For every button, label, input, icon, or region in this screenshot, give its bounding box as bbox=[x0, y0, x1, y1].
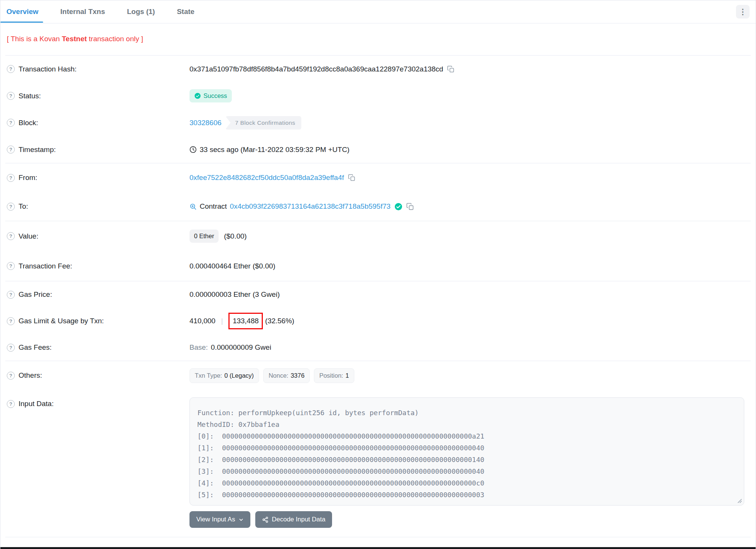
section-value: ? Value: 0 Ether ($0.00) ? Transaction F… bbox=[0, 221, 756, 281]
timestamp-label: Timestamp: bbox=[19, 146, 56, 154]
help-icon: ? bbox=[7, 146, 15, 154]
row-status: ? Status: Success bbox=[0, 82, 756, 109]
tab-overview[interactable]: Overview bbox=[6, 1, 39, 23]
gas-limit-usage-label: Gas Limit & Usage by Txn: bbox=[19, 317, 104, 325]
help-icon: ? bbox=[7, 174, 15, 182]
warning-text-suffix: transaction only ] bbox=[87, 35, 143, 43]
value-label: Value: bbox=[19, 232, 38, 240]
value-ether-badge: 0 Ether bbox=[189, 230, 219, 243]
row-others: ? Others: Txn Type: 0 (Legacy) Nonce: 33… bbox=[0, 361, 756, 390]
resize-handle-icon[interactable] bbox=[737, 498, 742, 503]
block-number-link[interactable]: 30328606 bbox=[189, 119, 222, 127]
input-data-label: Input Data: bbox=[19, 400, 54, 408]
copy-icon bbox=[348, 174, 355, 181]
position-badge: Position: 1 bbox=[314, 368, 354, 383]
help-icon: ? bbox=[7, 92, 15, 100]
row-transaction-fee: ? Transaction Fee: 0.000400464 Ether ($0… bbox=[0, 251, 756, 281]
nonce-badge: Nonce: 3376 bbox=[263, 368, 310, 383]
row-block: ? Block: 30328606 7 Block Confirmations bbox=[0, 109, 756, 136]
row-timestamp: ? Timestamp: 33 secs ago (Mar-11-2022 03… bbox=[0, 136, 756, 163]
copy-from-address-button[interactable] bbox=[348, 174, 355, 181]
others-label: Others: bbox=[19, 371, 42, 380]
input-data-textarea[interactable]: Function: performUpkeep(uint256 id, byte… bbox=[189, 397, 744, 506]
input-data-line: [3]: 00000000000000000000000000000000000… bbox=[197, 465, 736, 477]
transaction-hash-value: 0x371a51097fb78df856f8b4a7bd459f192d8cc8… bbox=[189, 65, 443, 73]
help-icon: ? bbox=[7, 317, 15, 325]
gas-used-annotation-box: 133,488 bbox=[228, 313, 263, 329]
from-address-link[interactable]: 0xfee7522e8482682cf50ddc50a0f8da2a39effa… bbox=[189, 174, 344, 182]
zoom-in-icon bbox=[189, 203, 197, 210]
help-icon: ? bbox=[7, 344, 15, 352]
footer-edge bbox=[0, 547, 756, 549]
more-options-button[interactable]: ⋮ bbox=[736, 5, 750, 19]
tab-logs[interactable]: Logs (1) bbox=[127, 1, 155, 23]
tab-state[interactable]: State bbox=[177, 1, 194, 23]
status-label: Status: bbox=[19, 92, 41, 100]
gas-fees-label: Gas Fees: bbox=[19, 343, 52, 352]
help-icon: ? bbox=[7, 65, 15, 73]
help-icon: ? bbox=[7, 372, 15, 380]
position-value: 1 bbox=[345, 372, 349, 379]
row-transaction-hash: ? Transaction Hash: 0x371a51097fb78df856… bbox=[0, 56, 756, 82]
transaction-fee-value: 0.000400464 Ether ($0.00) bbox=[189, 262, 275, 270]
tab-internal-txns[interactable]: Internal Txns bbox=[61, 1, 105, 23]
position-key: Position: bbox=[319, 372, 343, 379]
success-check-icon bbox=[194, 93, 201, 99]
gas-fees-base-value: 0.000000009 Gwei bbox=[211, 343, 272, 352]
input-data-line: Function: performUpkeep(uint256 id, byte… bbox=[197, 407, 736, 419]
input-data-line: [4]: 00000000000000000000000000000000000… bbox=[197, 477, 736, 489]
row-input-data: ? Input Data: Function: performUpkeep(ui… bbox=[0, 390, 756, 537]
help-icon: ? bbox=[7, 400, 15, 408]
testnet-warning: [ This is a Kovan Testnet transaction on… bbox=[0, 23, 756, 55]
copy-tx-hash-button[interactable] bbox=[447, 65, 455, 73]
nonce-key: Nonce: bbox=[269, 372, 288, 379]
block-label: Block: bbox=[19, 119, 38, 127]
nonce-value: 3376 bbox=[290, 372, 304, 379]
verified-check-icon bbox=[394, 203, 402, 211]
warning-text-prefix: [ This is a Kovan bbox=[7, 35, 62, 43]
kebab-icon: ⋮ bbox=[739, 8, 747, 16]
help-icon: ? bbox=[7, 203, 15, 211]
help-icon: ? bbox=[7, 119, 15, 127]
gas-limit-value: 410,000 bbox=[189, 317, 216, 325]
row-to: ? To: Contract 0x4cb093f226983713164a621… bbox=[0, 192, 756, 221]
clock-icon bbox=[189, 146, 197, 153]
gas-used-percent: (32.56%) bbox=[265, 317, 294, 325]
transaction-details-card: Overview Internal Txns Logs (1) State ⋮ … bbox=[0, 0, 756, 549]
zoom-in-contract-button[interactable] bbox=[189, 203, 197, 210]
section-overview-top: ? Transaction Hash: 0x371a51097fb78df856… bbox=[0, 56, 756, 163]
copy-to-address-button[interactable] bbox=[406, 203, 414, 211]
transaction-hash-label: Transaction Hash: bbox=[19, 65, 76, 73]
txn-type-key: Txn Type: bbox=[195, 372, 222, 379]
gas-separator: | bbox=[221, 317, 223, 325]
input-data-line: MethodID: 0x7bbaf1ea bbox=[197, 419, 736, 430]
row-from: ? From: 0xfee7522e8482682cf50ddc50a0f8da… bbox=[0, 163, 756, 192]
value-usd: ($0.00) bbox=[224, 232, 247, 240]
decode-molecule-icon bbox=[262, 516, 269, 523]
view-input-as-button[interactable]: View Input As bbox=[189, 511, 250, 528]
to-label: To: bbox=[19, 202, 28, 211]
copy-icon bbox=[447, 65, 455, 73]
input-data-line: [0]: 00000000000000000000000000000000000… bbox=[197, 430, 736, 442]
timestamp-value: 33 secs ago (Mar-11-2022 03:59:32 PM +UT… bbox=[200, 146, 349, 154]
chevron-down-icon bbox=[239, 517, 244, 522]
status-badge: Success bbox=[189, 89, 232, 102]
input-data-line: [1]: 00000000000000000000000000000000000… bbox=[197, 442, 736, 454]
row-gas-fees: ? Gas Fees: Base: 0.000000009 Gwei bbox=[0, 334, 756, 361]
input-data-line: [5]: 00000000000000000000000000000000000… bbox=[197, 489, 736, 501]
gas-used-value: 133,488 bbox=[233, 317, 259, 325]
row-gas-limit-usage: ? Gas Limit & Usage by Txn: 410,000 | 13… bbox=[0, 308, 756, 334]
copy-icon bbox=[406, 203, 414, 211]
section-gas: ? Gas Price: 0.000000003 Ether (3 Gwei) … bbox=[0, 281, 756, 361]
txn-type-value: 0 (Legacy) bbox=[224, 372, 254, 379]
view-input-as-label: View Input As bbox=[196, 516, 235, 523]
decode-input-data-button[interactable]: Decode Input Data bbox=[255, 511, 332, 528]
section-others-input: ? Others: Txn Type: 0 (Legacy) Nonce: 33… bbox=[0, 361, 756, 537]
to-contract-word: Contract bbox=[200, 202, 227, 211]
decode-input-data-label: Decode Input Data bbox=[272, 516, 326, 523]
row-value: ? Value: 0 Ether ($0.00) bbox=[0, 221, 756, 251]
to-address-link[interactable]: 0x4cb093f226983713164a62138c3f718a5b595f… bbox=[230, 202, 391, 211]
help-icon: ? bbox=[7, 291, 15, 299]
section-addresses: ? From: 0xfee7522e8482682cf50ddc50a0f8da… bbox=[0, 163, 756, 221]
help-icon: ? bbox=[7, 232, 15, 240]
